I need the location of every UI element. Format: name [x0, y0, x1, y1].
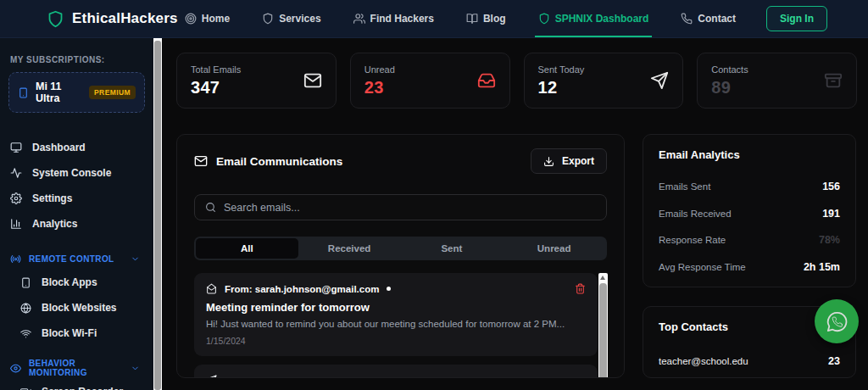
contact-rows: teacher@school.edu 23 sarah.johnson@gmai…	[659, 355, 840, 379]
search-icon	[205, 202, 216, 213]
sidebar: MY SUBSCRIPTIONS: Mi 11 Ultra PREMIUM Da…	[0, 38, 153, 390]
unread-dot	[387, 287, 391, 291]
contact-count: 23	[828, 355, 840, 367]
shield-icon	[538, 13, 550, 25]
device-name: Mi 11 Ultra	[36, 81, 82, 104]
activity-icon	[10, 167, 22, 179]
email-filter-tabs: All Received Sent Unread	[194, 237, 607, 260]
sidebar-item-system-console[interactable]: System Console	[8, 160, 145, 186]
email-panel-header: Email Communications Export	[177, 135, 624, 186]
stat-label: Sent Today	[538, 64, 585, 75]
email-item[interactable]: From: sarah.johnson@gmail.com Meeting re…	[194, 273, 598, 356]
target-icon	[185, 13, 197, 25]
panel-title-text: Email Communications	[216, 155, 342, 168]
nav-home[interactable]: Home	[185, 0, 230, 37]
shield-logo-icon	[47, 10, 64, 28]
sidebar-item-label: Block Wi-Fi	[42, 327, 97, 339]
sidebar-item-label: Analytics	[32, 218, 77, 230]
sidebar-item-label: Dashboard	[32, 142, 86, 153]
globe-icon	[20, 303, 31, 314]
search-emails-input[interactable]	[224, 202, 596, 214]
sidebar-item-screen-recorder[interactable]: Screen Recorder	[8, 379, 145, 390]
nav-services[interactable]: Services	[262, 0, 320, 37]
nav-find-hackers[interactable]: Find Hackers	[353, 0, 434, 37]
stat-card-contacts: Contacts 89	[697, 53, 857, 109]
sidebar-scrollbar[interactable]	[153, 38, 162, 390]
sidebar-item-settings[interactable]: Settings	[8, 186, 145, 211]
send-icon	[650, 71, 669, 90]
sidebar-item-block-websites[interactable]: Block Websites	[8, 295, 145, 320]
nav-label: Blog	[483, 13, 506, 25]
download-icon	[543, 156, 554, 167]
email-search	[194, 194, 607, 220]
right-column: Email Analytics Emails Sent 156 Emails R…	[643, 134, 856, 378]
bar-chart-icon	[10, 218, 22, 230]
email-preview: Hi! Just wanted to remind you about our …	[206, 319, 586, 329]
analytics-rows: Emails Sent 156 Emails Received 191 Resp…	[659, 181, 840, 273]
metric-row: Emails Received 191	[659, 208, 840, 220]
content-row: Email Communications Export All Received	[176, 134, 857, 378]
email-list: From: sarah.johnson@gmail.com Meeting re…	[177, 273, 624, 378]
monitor-icon	[10, 142, 22, 153]
delete-email-button[interactable]	[575, 283, 586, 294]
export-button[interactable]: Export	[531, 148, 607, 174]
stats-row: Total Emails 347 Unread 23 Sent Today 12	[176, 53, 857, 109]
email-communications-panel: Email Communications Export All Received	[176, 134, 625, 378]
sidebar-item-label: Screen Recorder	[42, 386, 123, 390]
subscription-device-card[interactable]: Mi 11 Ultra PREMIUM	[8, 72, 145, 113]
stat-card-total-emails: Total Emails 347	[176, 53, 337, 109]
chevron-down-icon	[131, 254, 140, 264]
mail-icon	[194, 154, 208, 168]
nav-contact[interactable]: Contact	[681, 0, 736, 37]
metric-value: 156	[822, 181, 840, 192]
broadcast-icon	[10, 254, 21, 265]
email-panel-title: Email Communications	[194, 154, 342, 168]
archive-icon	[824, 71, 843, 90]
sidebar-item-dashboard[interactable]: Dashboard	[8, 135, 145, 160]
whatsapp-icon	[826, 310, 849, 333]
scrollbar-thumb[interactable]	[599, 283, 607, 378]
metric-value: 78%	[819, 234, 840, 246]
tab-received[interactable]: Received	[298, 238, 401, 259]
tab-unread[interactable]: Unread	[503, 238, 605, 259]
users-icon	[353, 13, 365, 25]
stat-label: Contacts	[711, 64, 748, 75]
nav-blog[interactable]: Blog	[466, 0, 506, 37]
sidebar-item-label: Settings	[32, 192, 72, 204]
video-icon	[20, 387, 31, 390]
stat-card-unread: Unread 23	[350, 53, 510, 109]
tab-sent[interactable]: Sent	[401, 238, 504, 259]
section-label: BEHAVIOR MONITORING	[29, 359, 123, 377]
subscriptions-label: MY SUBSCRIPTIONS:	[10, 55, 145, 64]
wifi-icon	[20, 328, 31, 339]
whatsapp-fab-button[interactable]	[815, 299, 859, 343]
shield-icon	[262, 13, 274, 25]
scroll-up-arrow-icon[interactable]	[600, 276, 605, 280]
brand-logo[interactable]: EthicalHackers	[47, 10, 178, 28]
email-date: 1/15/2024	[206, 336, 586, 346]
scrollbar-thumb[interactable]	[154, 41, 161, 390]
mail-icon	[303, 71, 322, 90]
smartphone-icon	[20, 277, 31, 288]
email-analytics-panel: Email Analytics Emails Sent 156 Emails R…	[643, 134, 856, 287]
tab-all[interactable]: All	[196, 238, 298, 259]
sidebar-section-remote-control[interactable]: REMOTE CONTROL	[8, 248, 145, 270]
mail-open-icon	[206, 283, 217, 294]
nav-label: Home	[202, 13, 230, 25]
metric-value: 2h 15m	[804, 261, 840, 273]
sign-in-button[interactable]: Sign In	[766, 6, 827, 31]
nav-sphnix-dashboard[interactable]: SPHNIX Dashboard	[538, 0, 649, 37]
sidebar-item-label: Block Websites	[42, 302, 116, 314]
sidebar-item-block-wifi[interactable]: Block Wi-Fi	[8, 320, 145, 346]
email-list-scrollbar[interactable]	[598, 273, 608, 378]
metric-row: Emails Sent 156	[659, 181, 840, 192]
sidebar-item-analytics[interactable]: Analytics	[8, 211, 145, 237]
nav-label: SPHNIX Dashboard	[555, 13, 649, 25]
metric-label: Emails Sent	[659, 181, 710, 192]
sidebar-section-behavior-monitoring[interactable]: BEHAVIOR MONITORING	[8, 357, 145, 379]
email-item[interactable]: To: mike.wilson@company.com	[194, 365, 598, 378]
contact-row: teacher@school.edu 23	[659, 355, 840, 367]
main-nav: Home Services Find Hackers Blog SPHNIX D…	[185, 0, 736, 37]
sidebar-item-block-apps[interactable]: Block Apps	[8, 270, 145, 295]
nav-label: Contact	[698, 13, 736, 25]
